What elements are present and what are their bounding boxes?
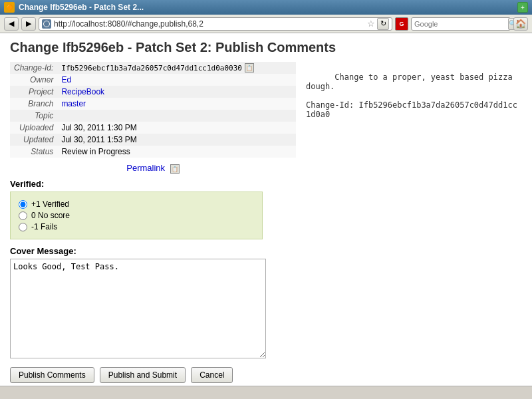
address-icon (42, 19, 51, 29)
main-layout: Change-Id: Ifb5296ebcf1b3a7da26057c0d47d… (10, 62, 522, 383)
address-icons: ☆ ↻ (367, 18, 389, 30)
verified-option-1[interactable]: +1 Verified (19, 200, 254, 209)
table-row: Uploaded Jul 30, 2011 1:30 PM (10, 122, 296, 134)
project-link[interactable]: RecipeBook (61, 87, 104, 96)
table-row: Owner Ed (10, 74, 296, 86)
cover-message-textarea[interactable] (10, 259, 266, 358)
change-id-label: Change-Id: (10, 62, 57, 74)
publish-and-submit-button[interactable]: Publish and Submit (100, 367, 186, 383)
search-input[interactable] (414, 20, 506, 28)
cancel-button[interactable]: Cancel (191, 367, 233, 383)
google-icon: G (395, 17, 408, 31)
verified-label-0: 0 No score (31, 211, 70, 220)
verified-radio-neg1[interactable] (19, 223, 27, 231)
table-row: Project RecipeBook (10, 86, 296, 98)
updated-value: Jul 30, 2011 1:53 PM (57, 134, 296, 146)
uploaded-label: Uploaded (10, 122, 57, 134)
back-button[interactable]: ◀ (4, 17, 19, 31)
topic-cell (57, 110, 296, 122)
change-description: Change to a proper, yeast based pizza do… (306, 72, 517, 119)
branch-link[interactable]: master (61, 99, 86, 108)
table-row: Branch master (10, 98, 296, 110)
owner-label: Owner (10, 74, 57, 86)
uploaded-value: Jul 30, 2011 1:30 PM (57, 122, 296, 134)
address-bar: ☆ ↻ (39, 17, 392, 31)
permalink-row: Permalink 📋 (10, 163, 296, 174)
branch-cell: master (57, 98, 296, 110)
window-icon: 🔶 (4, 2, 15, 13)
table-row: Change-Id: Ifb5296ebcf1b3a7da26057c0d47d… (10, 62, 296, 74)
verified-label-neg1: -1 Fails (31, 222, 57, 231)
permalink-copy-icon[interactable]: 📋 (170, 164, 180, 174)
verified-box: +1 Verified 0 No score -1 Fails (10, 192, 263, 239)
table-row: Updated Jul 30, 2011 1:53 PM (10, 134, 296, 146)
star-icon[interactable]: ☆ (367, 19, 375, 29)
page-title: Change Ifb5296eb - Patch Set 2: Publish … (10, 40, 522, 55)
project-cell: RecipeBook (57, 86, 296, 98)
button-row: Publish Comments Publish and Submit Canc… (10, 367, 296, 383)
reload-button[interactable]: ↻ (377, 18, 389, 30)
permalink-link[interactable]: Permalink (126, 163, 165, 173)
change-info-table: Change-Id: Ifb5296ebcf1b3a7da26057c0d47d… (10, 62, 296, 158)
verified-radio-1[interactable] (19, 200, 27, 209)
verified-radio-0[interactable] (19, 211, 27, 220)
owner-cell: Ed (57, 74, 296, 86)
copy-icon[interactable]: 📋 (245, 63, 254, 72)
page-content: Change Ifb5296eb - Patch Set 2: Publish … (0, 33, 532, 386)
status-value: Review in Progress (57, 146, 296, 158)
project-label: Project (10, 86, 57, 98)
address-input[interactable] (54, 19, 364, 29)
updated-label: Updated (10, 134, 57, 146)
branch-label: Branch (10, 98, 57, 110)
status-label: Status (10, 146, 57, 158)
cover-message-label: Cover Message: (10, 246, 296, 256)
status-bar (0, 386, 532, 399)
owner-link[interactable]: Ed (61, 75, 71, 84)
table-row: Topic (10, 110, 296, 122)
verified-option-0[interactable]: 0 No score (19, 211, 254, 220)
change-id-row: Ifb5296ebcf1b3a7da26057c0d47dd1cc1d0a003… (61, 63, 292, 72)
left-panel: Change-Id: Ifb5296ebcf1b3a7da26057c0d47d… (10, 62, 296, 383)
verified-option-neg1[interactable]: -1 Fails (19, 222, 254, 231)
publish-comments-button[interactable]: Publish Comments (10, 367, 94, 383)
right-panel: Change to a proper, yeast based pizza do… (306, 62, 522, 383)
topic-label: Topic (10, 110, 57, 122)
forward-button[interactable]: ▶ (21, 17, 36, 31)
search-bar: 🔍 (411, 17, 511, 31)
table-row: Status Review in Progress (10, 146, 296, 158)
browser-toolbar: ◀ ▶ ☆ ↻ G 🔍 🏠 (0, 15, 532, 33)
verified-label-1: +1 Verified (31, 200, 69, 209)
window-title-bar: 🔶 Change Ifb5296eb - Patch Set 2... + (0, 0, 532, 15)
change-id-cell: Ifb5296ebcf1b3a7da26057c0d47dd1cc1d0a003… (57, 62, 296, 74)
home-button[interactable]: 🏠 (513, 17, 528, 31)
new-tab-button[interactable]: + (517, 2, 528, 13)
verified-label: Verified: (10, 179, 296, 189)
change-id-value: Ifb5296ebcf1b3a7da26057c0d47dd1cc1d0a003… (61, 64, 242, 72)
window-title: Change Ifb5296eb - Patch Set 2... (19, 3, 513, 12)
